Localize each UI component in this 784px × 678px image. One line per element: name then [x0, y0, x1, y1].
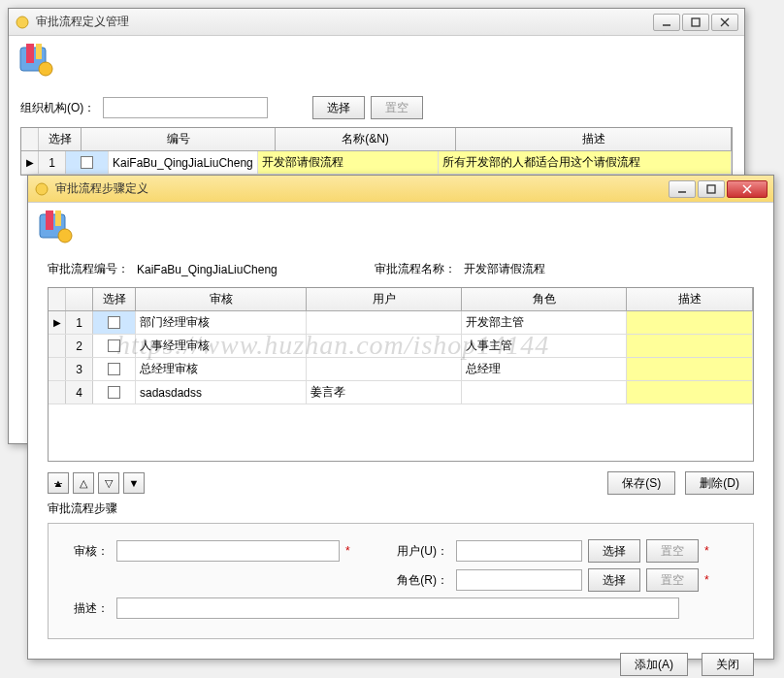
- row-indicator: [49, 358, 66, 380]
- table-row[interactable]: 3总经理审核总经理: [49, 358, 753, 381]
- row-role: 开发部主管: [462, 311, 627, 334]
- row-desc: [627, 381, 753, 404]
- row-desc: 所有开发部的人都适合用这个请假流程: [439, 151, 732, 174]
- move-top-button[interactable]: ▲: [48, 472, 69, 494]
- approval-step-def-window: 审批流程步骤定义 审批流程编号： KaiFaBu_QingJiaLiuCheng…: [27, 175, 774, 660]
- org-input[interactable]: [103, 97, 268, 118]
- minimize-button[interactable]: [669, 180, 696, 198]
- app-icon-small: [15, 15, 30, 30]
- maximize-button[interactable]: [698, 180, 725, 198]
- checkbox-icon[interactable]: [108, 339, 120, 352]
- proc-code-label: 审批流程编号：: [48, 261, 129, 277]
- move-up-button[interactable]: △: [73, 472, 94, 494]
- col-name[interactable]: 名称(&N): [276, 128, 456, 150]
- move-bottom-button[interactable]: ▼: [123, 472, 145, 494]
- org-label: 组织机构(O)：: [20, 100, 95, 116]
- row-index: 2: [66, 335, 93, 357]
- desc-label: 描述：: [60, 600, 109, 617]
- row-indicator: ▶: [49, 311, 66, 334]
- svg-point-9: [36, 183, 48, 195]
- save-button[interactable]: 保存(S): [607, 471, 675, 495]
- table-row[interactable]: 4sadasdadss姜言孝: [49, 381, 753, 404]
- role-input[interactable]: [456, 569, 582, 591]
- svg-rect-6: [26, 44, 34, 63]
- process-grid: 选择 编号 名称(&N) 描述 ▶ 1 KaiFaBu_QingJiaLiuCh…: [20, 127, 733, 176]
- proc-code-value: KaiFaBu_QingJiaLiuCheng: [137, 263, 278, 276]
- row-role: [462, 381, 627, 404]
- col-audit[interactable]: 审核: [136, 288, 307, 310]
- row-select-cell[interactable]: [93, 335, 136, 357]
- audit-input[interactable]: [116, 540, 340, 562]
- close-button[interactable]: [727, 180, 768, 198]
- col-desc[interactable]: 描述: [627, 288, 753, 310]
- role-select-button[interactable]: 选择: [588, 568, 640, 592]
- svg-rect-7: [36, 44, 42, 59]
- svg-rect-16: [55, 210, 61, 226]
- table-row[interactable]: ▶1部门经理审核开发部主管: [49, 311, 753, 335]
- title-back: 审批流程定义管理: [36, 14, 653, 30]
- row-indicator: [49, 335, 66, 357]
- steps-grid: 选择 审核 用户 角色 描述 ▶1部门经理审核开发部主管2人事经理审核人事主管3…: [48, 287, 754, 462]
- row-desc: [627, 358, 753, 380]
- row-audit: 部门经理审核: [136, 311, 307, 334]
- col-role[interactable]: 角色: [462, 288, 627, 310]
- row-index: 3: [66, 358, 93, 380]
- svg-rect-11: [707, 185, 715, 193]
- checkbox-icon[interactable]: [81, 156, 93, 169]
- user-clear-button[interactable]: 置空: [646, 539, 699, 563]
- app-icon-large: [36, 207, 75, 245]
- col-select[interactable]: 选择: [93, 288, 136, 310]
- row-user: 姜言孝: [307, 381, 462, 404]
- table-row[interactable]: 2人事经理审核人事主管: [49, 335, 753, 358]
- row-code: KaiFaBu_QingJiaLiuCheng: [109, 151, 258, 174]
- role-clear-button[interactable]: 置空: [646, 568, 699, 592]
- row-audit: sadasdadss: [136, 381, 307, 404]
- row-index: 4: [66, 381, 93, 404]
- titlebar-back[interactable]: 审批流程定义管理: [9, 9, 744, 36]
- col-desc[interactable]: 描述: [456, 128, 732, 150]
- step-section-title: 审批流程步骤: [48, 500, 754, 517]
- org-clear-button[interactable]: 置空: [371, 96, 423, 119]
- col-code[interactable]: 编号: [82, 128, 276, 150]
- svg-rect-2: [692, 18, 700, 26]
- app-icon-large: [16, 40, 55, 79]
- audit-label: 审核：: [60, 543, 109, 560]
- maximize-button[interactable]: [682, 14, 709, 31]
- desc-input[interactable]: [116, 597, 679, 619]
- row-user: [307, 311, 462, 334]
- row-user: [307, 335, 462, 357]
- move-down-button[interactable]: ▽: [98, 472, 119, 494]
- required-icon: *: [345, 544, 350, 558]
- add-button[interactable]: 添加(A): [620, 653, 688, 676]
- user-select-button[interactable]: 选择: [588, 539, 640, 563]
- row-select-cell[interactable]: [93, 381, 136, 404]
- row-indicator: ▶: [21, 151, 39, 174]
- close-dialog-button[interactable]: 关闭: [702, 653, 754, 676]
- checkbox-icon[interactable]: [108, 386, 120, 399]
- row-desc: [627, 335, 753, 357]
- svg-point-17: [58, 229, 72, 242]
- row-index: 1: [39, 151, 66, 174]
- user-input[interactable]: [456, 540, 582, 562]
- row-select-cell[interactable]: [66, 151, 109, 174]
- col-user[interactable]: 用户: [307, 288, 462, 310]
- row-indicator: [49, 381, 66, 404]
- minimize-button[interactable]: [653, 14, 680, 31]
- step-form: 审核： * 用户(U)： 选择 置空 * 角色(R)： 选择: [48, 523, 754, 639]
- title-front: 审批流程步骤定义: [55, 180, 669, 197]
- table-row[interactable]: ▶ 1 KaiFaBu_QingJiaLiuCheng 开发部请假流程 所有开发…: [21, 151, 732, 175]
- col-select[interactable]: 选择: [39, 128, 82, 150]
- row-role: 人事主管: [462, 335, 627, 357]
- titlebar-front[interactable]: 审批流程步骤定义: [28, 176, 773, 203]
- row-user: [307, 358, 462, 380]
- delete-button[interactable]: 删除(D): [685, 471, 754, 495]
- proc-name-label: 审批流程名称：: [375, 261, 456, 277]
- checkbox-icon[interactable]: [108, 316, 120, 329]
- row-select-cell[interactable]: [93, 358, 136, 380]
- row-select-cell[interactable]: [93, 311, 136, 334]
- row-role: 总经理: [462, 358, 627, 380]
- org-select-button[interactable]: 选择: [312, 96, 365, 119]
- checkbox-icon[interactable]: [108, 363, 120, 375]
- row-index: 1: [66, 311, 93, 334]
- close-button[interactable]: [711, 14, 738, 31]
